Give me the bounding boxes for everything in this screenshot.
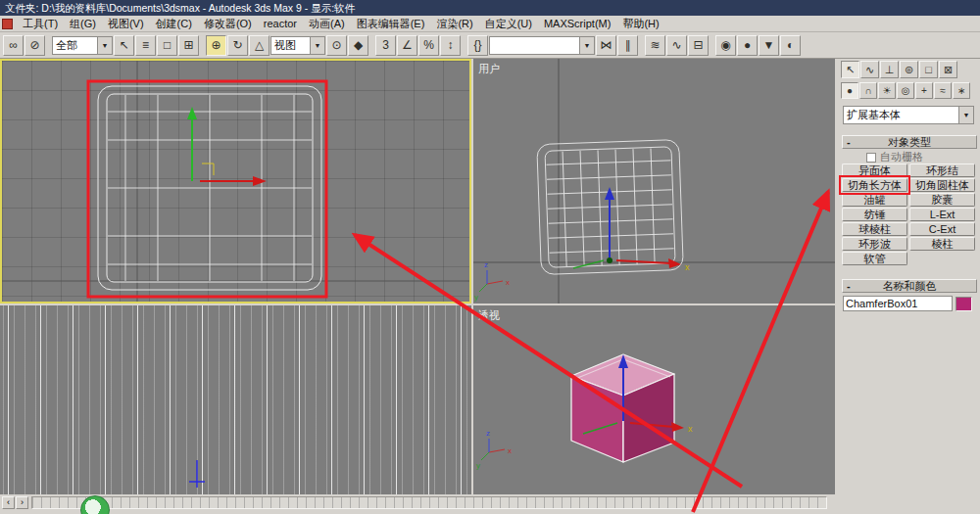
spindle-button[interactable]: 纺锤 xyxy=(842,208,907,221)
viewport-top[interactable] xyxy=(0,59,471,304)
select-and-link-icon[interactable]: ∞ xyxy=(3,35,24,56)
chamferbox-wireframe-top xyxy=(98,86,321,290)
select-scale-icon[interactable]: △ xyxy=(249,35,270,56)
menu-item-maxscript[interactable]: MAXScript(M) xyxy=(538,18,616,29)
viewport-front[interactable] xyxy=(0,305,471,494)
category-cameras-icon[interactable]: ◎ xyxy=(897,82,914,99)
material-editor-icon[interactable]: ◉ xyxy=(715,35,736,56)
capsule-button[interactable]: 胶囊 xyxy=(909,193,975,207)
panel-categories: ● ∩ ☀ ◎ + ≈ ∗ xyxy=(841,82,970,99)
select-object-icon[interactable]: ↖ xyxy=(114,35,134,56)
angle-snap-icon[interactable]: ∠ xyxy=(397,35,417,56)
select-by-name-icon[interactable]: ≡ xyxy=(135,35,156,56)
perspective-viewport-graphics: x x y z xyxy=(473,305,835,494)
primitive-type-dropdown[interactable]: 扩展基本体 ▼ xyxy=(843,106,974,124)
world-axis-tripod xyxy=(189,460,205,488)
world-axis-tripod: x y z xyxy=(476,429,512,470)
chevron-down-icon[interactable]: ▼ xyxy=(310,37,324,54)
category-shapes-icon[interactable]: ∩ xyxy=(859,82,877,99)
menu-item-animation[interactable]: 动画(A) xyxy=(303,17,351,31)
chamfercyl-button[interactable]: 切角圆柱体 xyxy=(909,178,975,192)
app-icon[interactable] xyxy=(2,19,13,29)
use-center-icon[interactable]: ⊙ xyxy=(326,35,347,56)
quick-render-icon[interactable]: ◐ xyxy=(780,35,801,56)
menu-item-reactor[interactable]: reactor xyxy=(258,18,303,29)
tab-utilities[interactable]: ⊠ xyxy=(939,61,957,78)
l-ext-button[interactable]: L-Ext xyxy=(909,208,975,221)
menu-item-rendering[interactable]: 渲染(R) xyxy=(430,17,478,31)
track-next-button[interactable]: › xyxy=(16,496,28,509)
command-panel: ↖ ∿ ⊥ ⊚ □ ⊠ ● ∩ ☀ ◎ + ≈ ∗ 扩展基本体 ▼ - 对象类型… xyxy=(839,59,980,514)
menu-item-modifiers[interactable]: 修改器(O) xyxy=(198,17,258,31)
chevron-down-icon[interactable]: ▼ xyxy=(97,37,112,54)
prism-button[interactable]: 棱柱 xyxy=(909,237,975,251)
align-icon[interactable]: ∥ xyxy=(617,35,638,56)
panel-tabs: ↖ ∿ ⊥ ⊚ □ ⊠ xyxy=(841,61,957,78)
name-color-rollout-header[interactable]: - 名称和颜色 xyxy=(842,279,977,293)
tab-display[interactable]: □ xyxy=(919,61,938,78)
object-name-input[interactable] xyxy=(843,296,953,311)
viewport-label-perspective[interactable]: 透视 xyxy=(478,308,500,323)
menu-item-create[interactable]: 创建(C) xyxy=(150,17,198,31)
menu-bar: 工具(T) 组(G) 视图(V) 创建(C) 修改器(O) reactor 动画… xyxy=(0,16,980,32)
category-spacewarps-icon[interactable]: ≈ xyxy=(934,82,952,99)
category-geometry-icon[interactable]: ● xyxy=(841,82,858,99)
menu-item-customize[interactable]: 自定义(U) xyxy=(479,17,538,31)
tab-motion[interactable]: ⊚ xyxy=(900,61,918,78)
select-move-icon[interactable]: ⊕ xyxy=(206,35,226,56)
object-color-swatch[interactable] xyxy=(956,297,972,311)
menu-item-graph-editors[interactable]: 图表编辑器(E) xyxy=(351,17,431,31)
snap-3d-icon[interactable]: 3 xyxy=(375,35,396,56)
menu-item-help[interactable]: 帮助(H) xyxy=(616,17,664,31)
chevron-down-icon[interactable]: ▼ xyxy=(958,107,973,123)
menu-item-views[interactable]: 视图(V) xyxy=(102,17,150,31)
hedra-button[interactable]: 异面体 xyxy=(842,164,907,177)
viewport-perspective[interactable]: x x y z 透视 xyxy=(473,305,835,494)
render-type-icon[interactable]: ▼ xyxy=(759,35,779,56)
svg-text:x: x xyxy=(506,278,510,287)
rectangular-selection-icon[interactable]: □ xyxy=(157,35,177,56)
object-type-rollout-header[interactable]: - 对象类型 xyxy=(842,135,977,149)
torus-knot-button[interactable]: 环形结 xyxy=(909,164,975,177)
named-selection-sets-icon[interactable]: {} xyxy=(467,35,488,56)
menu-item-group[interactable]: 组(G) xyxy=(64,17,102,31)
c-ext-button[interactable]: C-Ext xyxy=(909,222,975,236)
curve-editor-icon[interactable]: ∿ xyxy=(666,35,687,56)
viewport-user[interactable]: x x y z 用户 xyxy=(473,59,835,304)
schematic-view-icon[interactable]: ⊟ xyxy=(688,35,709,56)
percent-snap-icon[interactable]: % xyxy=(418,35,439,56)
oiltank-button[interactable]: 油罐 xyxy=(842,193,907,207)
track-ruler[interactable] xyxy=(31,496,827,509)
user-viewport-graphics: x x y z xyxy=(473,59,835,304)
viewport-label-user[interactable]: 用户 xyxy=(478,62,500,76)
category-lights-icon[interactable]: ☀ xyxy=(878,82,896,99)
track-prev-button[interactable]: ‹ xyxy=(2,496,15,509)
render-scene-icon[interactable]: ● xyxy=(737,35,758,56)
tab-hierarchy[interactable]: ⊥ xyxy=(880,61,899,78)
autogrid-checkbox[interactable]: 自动栅格 xyxy=(866,150,923,164)
spinner-snap-icon[interactable]: ↕ xyxy=(440,35,461,56)
layer-manager-icon[interactable]: ≋ xyxy=(645,35,665,56)
selection-filter-dropdown[interactable]: 全部 ▼ xyxy=(52,36,113,55)
unlink-selection-icon[interactable]: ⊘ xyxy=(24,35,45,56)
checkbox-icon[interactable] xyxy=(866,153,876,163)
hose-button[interactable]: 软管 xyxy=(842,252,907,265)
menu-item-tools[interactable]: 工具(T) xyxy=(17,17,64,31)
mirror-icon[interactable]: ⋈ xyxy=(596,35,616,56)
chamferbox-button[interactable]: 切角长方体 xyxy=(842,178,907,192)
window-title: 文件夹: D:\我的资料库\Documents\3dsmax - Autodes… xyxy=(5,2,355,14)
ringwave-button[interactable]: 环形波 xyxy=(842,237,907,251)
select-rotate-icon[interactable]: ↻ xyxy=(227,35,248,56)
world-axis-tripod: x y z xyxy=(474,260,510,302)
track-bar: ‹ › xyxy=(0,494,835,514)
category-helpers-icon[interactable]: + xyxy=(915,82,933,99)
window-crossing-icon[interactable]: ⊞ xyxy=(178,35,199,56)
chevron-down-icon[interactable]: ▼ xyxy=(579,37,594,54)
category-systems-icon[interactable]: ∗ xyxy=(953,82,970,99)
named-selection-dropdown[interactable]: ▼ xyxy=(489,36,595,55)
reference-coordinate-dropdown[interactable]: 视图 ▼ xyxy=(270,36,325,55)
tab-modify[interactable]: ∿ xyxy=(860,61,879,78)
gengon-button[interactable]: 球棱柱 xyxy=(842,222,907,236)
select-manipulate-icon[interactable]: ◆ xyxy=(348,35,368,56)
tab-create[interactable]: ↖ xyxy=(841,61,859,78)
